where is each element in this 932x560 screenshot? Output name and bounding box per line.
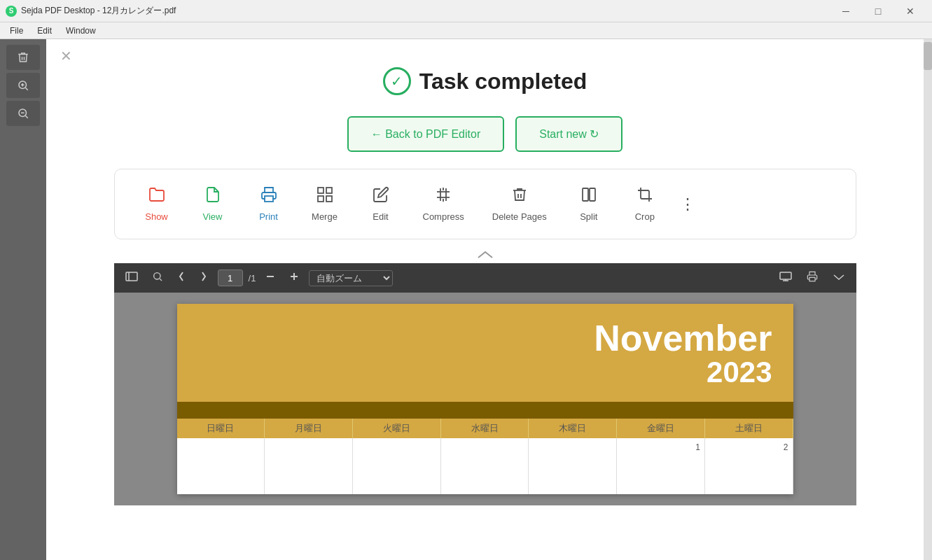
task-title: ✓ Task completed: [383, 67, 587, 95]
pdf-toolbar: /1 自動ズーム 50%75%100%125%150%: [114, 263, 856, 293]
more-options-button[interactable]: [828, 269, 849, 287]
main-layout: ✕ ✓ Task completed ← Back to PDF Editor …: [0, 39, 932, 560]
close-panel-button[interactable]: ✕: [60, 48, 72, 64]
app-title: Sejda PDF Desktop - 12月カレンダー.pdf: [21, 5, 176, 17]
calendar-month: November: [594, 317, 772, 359]
check-circle-icon: ✓: [383, 67, 411, 95]
calendar-dark-bar: [177, 402, 793, 419]
calendar-header-right: November 2023: [475, 304, 793, 402]
calendar-day-sun: 日曜日: [177, 419, 265, 438]
merge-label: Merge: [312, 211, 338, 222]
calendar-day-2: 2: [708, 441, 790, 454]
svg-point-22: [153, 273, 160, 279]
menu-file[interactable]: File: [3, 24, 30, 37]
pdf-content: November 2023 日曜日 月曜日 火曜日 水曜日 木曜日 金曜日: [114, 293, 856, 505]
calendar-col-4: [441, 438, 529, 494]
scroll-thumb[interactable]: [924, 42, 932, 70]
title-bar-left: S Sejda PDF Desktop - 12月カレンダー.pdf: [6, 5, 176, 17]
tool-merge[interactable]: Merge: [297, 181, 353, 227]
tool-show[interactable]: Show: [129, 181, 185, 227]
app-icon: S: [6, 6, 17, 17]
print-label: Print: [259, 211, 278, 222]
compress-label: Compress: [423, 211, 464, 222]
action-buttons: ← Back to PDF Editor Start new ↻: [347, 116, 623, 152]
calendar-col-7: 2: [705, 438, 793, 494]
tool-view[interactable]: View: [185, 181, 241, 227]
search-button[interactable]: [148, 268, 167, 288]
show-icon: [147, 186, 167, 207]
svg-rect-30: [809, 277, 815, 281]
svg-rect-20: [126, 272, 137, 281]
calendar-col-3: [353, 438, 441, 494]
sidebar-delete-button[interactable]: [6, 45, 40, 70]
calendar-day-mon: 月曜日: [265, 419, 353, 438]
main-panel: ✕ ✓ Task completed ← Back to PDF Editor …: [46, 39, 924, 560]
view-label: View: [203, 211, 223, 222]
sidebar-zoom-out-button[interactable]: [6, 101, 40, 126]
print-pdf-button[interactable]: [802, 268, 823, 288]
menu-window[interactable]: Window: [59, 24, 103, 37]
task-completed-text: Task completed: [419, 69, 587, 94]
svg-rect-18: [583, 188, 588, 201]
tool-compress[interactable]: Compress: [409, 181, 478, 227]
maximize-button[interactable]: □: [862, 0, 894, 22]
next-page-button[interactable]: [195, 268, 212, 288]
show-label: Show: [145, 211, 168, 222]
svg-rect-8: [318, 188, 324, 193]
merge-icon: [315, 186, 335, 207]
back-to-pdf-editor-button[interactable]: ← Back to PDF Editor: [347, 116, 505, 152]
print-icon: [259, 186, 279, 207]
calendar-days-row: 日曜日 月曜日 火曜日 水曜日 木曜日 金曜日 土曜日: [177, 419, 793, 438]
calendar-col-1: [177, 438, 265, 494]
calendar-header-left: [177, 304, 475, 402]
pdf-page: November 2023 日曜日 月曜日 火曜日 水曜日 木曜日 金曜日: [177, 304, 793, 494]
tool-crop[interactable]: Crop: [617, 181, 673, 227]
calendar-day-tue: 火曜日: [353, 419, 441, 438]
menu-bar: File Edit Window: [0, 22, 932, 39]
zoom-in-button[interactable]: [285, 269, 303, 287]
calendar-col-5: [529, 438, 617, 494]
svg-rect-9: [326, 188, 332, 193]
svg-rect-10: [318, 196, 324, 202]
svg-line-1: [25, 88, 27, 90]
minimize-button[interactable]: ─: [830, 0, 862, 22]
collapse-bar[interactable]: [114, 246, 856, 263]
right-scrollbar[interactable]: [924, 39, 932, 560]
more-tools-button[interactable]: ⋮: [673, 190, 702, 219]
title-bar-controls: ─ □ ✕: [830, 0, 926, 22]
calendar-col-6: 1: [617, 438, 705, 494]
svg-rect-11: [326, 196, 332, 202]
toggle-sidebar-button[interactable]: [121, 269, 142, 287]
delete-pages-label: Delete Pages: [492, 211, 547, 222]
calendar-day-thu: 木曜日: [529, 419, 617, 438]
svg-rect-27: [780, 272, 791, 279]
tool-print[interactable]: Print: [241, 181, 297, 227]
edit-label: Edit: [373, 211, 388, 222]
page-total: /1: [249, 273, 256, 284]
calendar-header: November 2023: [177, 304, 793, 402]
presentation-button[interactable]: [775, 269, 796, 287]
sidebar-zoom-in-button[interactable]: [6, 73, 40, 98]
calendar-day-fri: 金曜日: [617, 419, 705, 438]
content-area: ✕ ✓ Task completed ← Back to PDF Editor …: [46, 39, 924, 560]
zoom-out-button[interactable]: [261, 269, 279, 287]
svg-line-23: [160, 279, 162, 281]
page-number-input[interactable]: [218, 270, 243, 286]
svg-rect-7: [265, 196, 273, 202]
task-completed-section: ✓ Task completed ← Back to PDF Editor St…: [46, 39, 924, 519]
zoom-select[interactable]: 自動ズーム 50%75%100%125%150%: [309, 270, 393, 286]
left-sidebar: [0, 39, 46, 560]
tool-delete-pages[interactable]: Delete Pages: [478, 181, 561, 227]
tool-edit[interactable]: Edit: [353, 181, 409, 227]
compress-icon: [433, 186, 453, 207]
close-window-button[interactable]: ✕: [894, 0, 926, 22]
calendar-year: 2023: [707, 356, 772, 389]
split-icon: [579, 186, 599, 207]
prev-page-button[interactable]: [173, 268, 190, 288]
title-bar: S Sejda PDF Desktop - 12月カレンダー.pdf ─ □ ✕: [0, 0, 932, 22]
split-label: Split: [580, 211, 597, 222]
tool-split[interactable]: Split: [561, 181, 617, 227]
menu-edit[interactable]: Edit: [30, 24, 59, 37]
svg-rect-19: [590, 188, 595, 201]
start-new-button[interactable]: Start new ↻: [515, 116, 623, 152]
